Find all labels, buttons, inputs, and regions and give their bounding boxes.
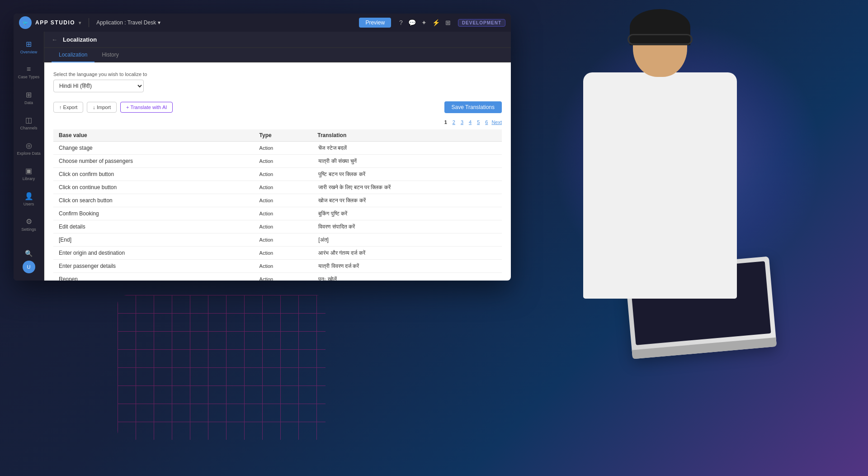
sidebar-item-library[interactable]: ▣ Library xyxy=(16,162,42,186)
cell-base-2: Click on confirm button xyxy=(53,168,254,181)
col-translation: Translation xyxy=(312,129,502,142)
table-row: Choose number of passengersAction xyxy=(53,155,502,168)
cell-translation-3 xyxy=(312,181,502,194)
cell-type-10: Action xyxy=(254,273,312,281)
app-name-chevron-icon[interactable]: ▾ xyxy=(158,19,160,26)
top-bar-icons: ? 💬 ✦ ⚡ ⊞ xyxy=(399,19,451,26)
star-icon[interactable]: ✦ xyxy=(421,19,427,26)
cell-translation-4 xyxy=(312,194,502,207)
cell-translation-0 xyxy=(312,142,502,155)
cell-translation-8 xyxy=(312,247,502,260)
sidebar-item-channels[interactable]: ◫ Channels xyxy=(16,111,42,135)
lang-selector-label: Select the language you wish to localize… xyxy=(53,71,502,77)
bolt-icon[interactable]: ⚡ xyxy=(432,19,440,26)
page-2[interactable]: 2 xyxy=(451,119,457,126)
cell-type-3: Action xyxy=(254,181,312,194)
cell-base-7: [End] xyxy=(53,233,254,247)
person-figure xyxy=(552,0,814,416)
translation-input-3[interactable] xyxy=(317,183,496,191)
cell-type-9: Action xyxy=(254,260,312,273)
app-window: 🐦 APP STUDIO ▾ Application : Travel Desk… xyxy=(14,14,511,281)
table-row: [End]Action xyxy=(53,233,502,247)
cell-translation-6 xyxy=(312,220,502,233)
translation-input-2[interactable] xyxy=(317,170,496,178)
translation-input-4[interactable] xyxy=(317,196,496,205)
back-button[interactable]: ← xyxy=(52,36,57,43)
col-base-value: Base value xyxy=(53,129,254,142)
preview-button[interactable]: Preview xyxy=(359,18,391,28)
page-1[interactable]: 1 xyxy=(443,119,449,126)
cell-translation-2 xyxy=(312,168,502,181)
sidebar-label-settings: Settings xyxy=(21,227,36,232)
grid-icon[interactable]: ⊞ xyxy=(445,19,451,26)
page-4[interactable]: 4 xyxy=(467,119,473,126)
cell-base-8: Enter origin and destination xyxy=(53,247,254,260)
avatar-initials: U xyxy=(27,264,31,270)
export-button[interactable]: ↑ Export xyxy=(53,102,83,113)
explore-data-icon: ◎ xyxy=(26,141,32,150)
translations-table: Base value Type Translation Change stage… xyxy=(53,129,502,281)
sidebar-item-overview[interactable]: ⊞ Overview xyxy=(16,35,42,59)
case-types-icon: ≡ xyxy=(27,65,31,73)
search-icon[interactable]: 🔍 xyxy=(25,250,33,257)
page-5[interactable]: 5 xyxy=(475,119,481,126)
page-3[interactable]: 3 xyxy=(459,119,465,126)
cell-translation-9 xyxy=(312,260,502,273)
save-translations-button[interactable]: Save Translations xyxy=(444,101,502,113)
table-row: Click on search buttonAction xyxy=(53,194,502,207)
top-bar: 🐦 APP STUDIO ▾ Application : Travel Desk… xyxy=(14,14,511,32)
sidebar-item-users[interactable]: 👤 Users xyxy=(16,187,42,211)
logo-icon: 🐦 xyxy=(19,16,32,29)
sidebar-bottom: 🔍 U xyxy=(23,250,35,277)
logo-area: 🐦 APP STUDIO ▾ xyxy=(19,16,81,29)
translation-input-6[interactable] xyxy=(317,223,496,231)
application-label: Application : Travel Desk ▾ xyxy=(96,19,160,26)
cell-base-3: Click on continue button xyxy=(53,181,254,194)
top-bar-divider xyxy=(89,18,89,27)
sidebar-item-data[interactable]: ⊞ Data xyxy=(16,86,42,109)
page-next[interactable]: Next xyxy=(491,119,502,125)
dev-badge: DEVELOPMENT xyxy=(458,19,505,27)
avatar[interactable]: U xyxy=(23,261,35,273)
sidebar-label-channels: Channels xyxy=(20,126,37,131)
translation-input-8[interactable] xyxy=(317,249,496,257)
cell-type-6: Action xyxy=(254,220,312,233)
table-row: Click on confirm buttonAction xyxy=(53,168,502,181)
page-6[interactable]: 6 xyxy=(483,119,490,126)
sidebar-item-settings[interactable]: ⚙ Settings xyxy=(16,213,42,236)
import-button[interactable]: ↓ Import xyxy=(87,102,117,113)
table-header: Base value Type Translation xyxy=(53,129,502,142)
cell-type-7: Action xyxy=(254,233,312,247)
translation-input-1[interactable] xyxy=(317,157,496,165)
language-select[interactable]: Hindi HI (हिंदी) French FR (Français) Sp… xyxy=(53,80,144,92)
table-row: Edit detailsAction xyxy=(53,220,502,233)
chat-icon[interactable]: 💬 xyxy=(408,19,416,26)
translation-input-0[interactable] xyxy=(317,144,496,152)
main-layout: ⊞ Overview ≡ Case Types ⊞ Data ◫ Channel… xyxy=(14,32,511,281)
logo-chevron-icon[interactable]: ▾ xyxy=(79,20,81,25)
page-header: ← Localization xyxy=(44,32,511,48)
overview-icon: ⊞ xyxy=(26,40,32,48)
sidebar-item-explore-data[interactable]: ◎ Explore Data xyxy=(16,137,42,160)
tab-history[interactable]: History xyxy=(94,48,126,62)
col-type: Type xyxy=(254,129,312,142)
translation-input-9[interactable] xyxy=(317,262,496,270)
translate-ai-button[interactable]: + Translate with AI xyxy=(120,102,173,113)
cell-translation-10 xyxy=(312,273,502,281)
translation-input-5[interactable] xyxy=(317,209,496,218)
cell-type-0: Action xyxy=(254,142,312,155)
table-row: Confirm BookingAction xyxy=(53,207,502,220)
sidebar-label-users: Users xyxy=(24,202,34,207)
cell-type-1: Action xyxy=(254,155,312,168)
help-icon[interactable]: ? xyxy=(399,19,403,26)
sidebar-item-case-types[interactable]: ≡ Case Types xyxy=(16,61,42,84)
grid-decoration xyxy=(118,295,326,440)
app-studio-label: APP STUDIO xyxy=(35,19,75,26)
translation-input-7[interactable] xyxy=(317,236,496,244)
cell-base-6: Edit details xyxy=(53,220,254,233)
person-glasses xyxy=(627,34,693,45)
table-row: Change stageAction xyxy=(53,142,502,155)
sidebar: ⊞ Overview ≡ Case Types ⊞ Data ◫ Channel… xyxy=(14,32,44,281)
tab-localization[interactable]: Localization xyxy=(52,48,94,62)
translation-input-10[interactable] xyxy=(317,275,496,281)
